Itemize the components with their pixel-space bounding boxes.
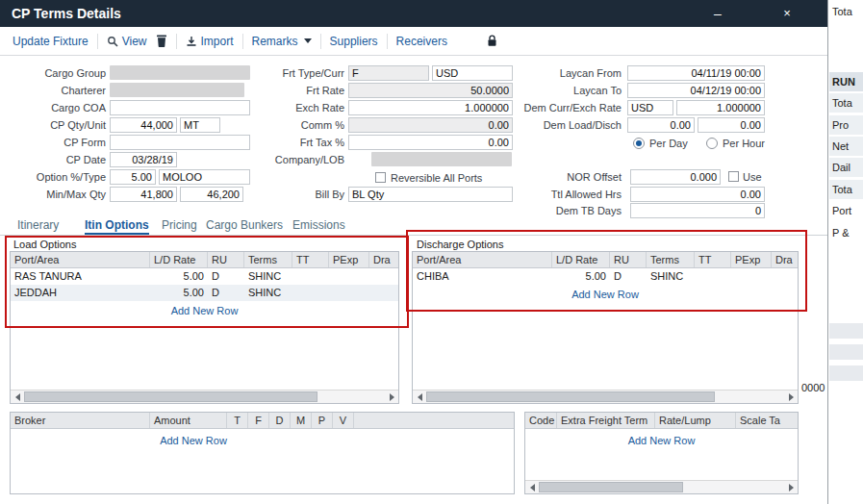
- dra-cell[interactable]: [369, 285, 398, 301]
- tt-cell[interactable]: [695, 268, 731, 285]
- exch-rate-field[interactable]: 1.000000: [348, 100, 513, 115]
- column-header[interactable]: Terms: [647, 252, 695, 267]
- column-header[interactable]: Code: [525, 413, 557, 428]
- pexp-cell[interactable]: [329, 268, 369, 285]
- delete-button[interactable]: [156, 35, 167, 47]
- view-button[interactable]: View: [107, 35, 147, 48]
- terms-cell[interactable]: SHINC: [244, 268, 292, 285]
- column-header[interactable]: PExp: [731, 252, 772, 267]
- column-header[interactable]: Port/Area: [413, 252, 552, 267]
- suppliers-button[interactable]: Suppliers: [330, 35, 378, 48]
- column-header[interactable]: TT: [695, 252, 731, 267]
- tab-cargo-bunkers[interactable]: Cargo Bunkers: [206, 215, 283, 235]
- frt-rate-field[interactable]: 50.0000: [348, 83, 513, 98]
- column-header[interactable]: PExp: [329, 252, 369, 267]
- cp-qty-field[interactable]: 44,000: [110, 117, 177, 133]
- nor-use-checkbox[interactable]: [728, 171, 739, 182]
- dem-exch-rate-field[interactable]: 1.000000: [676, 100, 765, 115]
- minimize-button[interactable]: –: [708, 0, 727, 27]
- column-header[interactable]: Terms: [244, 252, 292, 267]
- column-header[interactable]: L/D Rate: [552, 252, 610, 267]
- dem-curr-field[interactable]: USD: [627, 100, 673, 115]
- port-area-cell[interactable]: RAS TANURA: [11, 268, 150, 285]
- column-header[interactable]: L/D Rate: [150, 252, 208, 267]
- column-header[interactable]: F: [248, 413, 269, 428]
- close-button[interactable]: ×: [777, 0, 797, 27]
- pexp-cell[interactable]: [329, 285, 369, 301]
- per-hour-radio[interactable]: [706, 138, 718, 149]
- scroll-right-arrow-icon[interactable]: [784, 481, 798, 493]
- laycan-from-field[interactable]: 04/11/19 00:00: [627, 65, 765, 81]
- column-header[interactable]: V: [333, 413, 354, 428]
- broker-add-new-row-link[interactable]: Add New Row: [11, 435, 376, 446]
- ttl-allowed-hrs-field[interactable]: 0.00: [630, 187, 765, 202]
- comm-pct-field[interactable]: 0.00: [348, 117, 513, 133]
- column-header[interactable]: D: [269, 413, 291, 428]
- charterer-field[interactable]: [110, 83, 244, 97]
- terms-cell[interactable]: SHINC: [647, 268, 695, 285]
- discharge-options-hscrollbar[interactable]: [413, 390, 798, 403]
- port-area-cell[interactable]: CHIBA: [413, 268, 552, 285]
- terms-cell[interactable]: SHINC: [244, 285, 292, 301]
- max-qty-field[interactable]: 46,200: [180, 187, 243, 202]
- extra-freight-hscrollbar[interactable]: [525, 480, 798, 493]
- load-add-new-row-link[interactable]: Add New Row: [11, 305, 398, 316]
- scrollbar-thumb[interactable]: [24, 391, 317, 402]
- tab-itin-options[interactable]: Itin Options: [85, 215, 149, 235]
- update-fixture-button[interactable]: Update Fixture: [13, 35, 89, 48]
- scrollbar-thumb[interactable]: [539, 482, 683, 492]
- tt-cell[interactable]: [292, 268, 329, 285]
- ru-cell[interactable]: D: [208, 285, 244, 301]
- frt-tax-field[interactable]: 0.00: [348, 135, 513, 150]
- cp-form-field[interactable]: [110, 135, 250, 150]
- cargo-group-field[interactable]: [110, 65, 250, 80]
- tab-emissions[interactable]: Emissions: [292, 215, 345, 235]
- min-qty-field[interactable]: 41,800: [110, 187, 177, 202]
- port-area-cell[interactable]: JEDDAH: [11, 285, 150, 301]
- tab-itinerary[interactable]: Itinerary: [17, 215, 59, 235]
- receivers-button[interactable]: Receivers: [396, 35, 447, 48]
- bill-by-field[interactable]: BL Qty: [348, 187, 513, 202]
- scroll-left-arrow-icon[interactable]: [413, 391, 426, 403]
- pexp-cell[interactable]: [731, 268, 772, 285]
- dem-disch-field[interactable]: 0.00: [698, 117, 765, 133]
- ru-cell[interactable]: D: [610, 268, 647, 285]
- scroll-left-arrow-icon[interactable]: [525, 481, 539, 493]
- cp-date-field[interactable]: 03/28/19: [110, 152, 177, 167]
- ld-rate-cell[interactable]: 5.00: [552, 268, 610, 285]
- import-button[interactable]: Import: [186, 35, 234, 48]
- reversible-all-ports-label[interactable]: Reversible All Ports: [391, 171, 482, 186]
- column-header[interactable]: Amount: [150, 413, 227, 428]
- dem-load-field[interactable]: 0.00: [627, 117, 695, 133]
- dra-cell[interactable]: [772, 268, 798, 285]
- reversible-all-ports-checkbox[interactable]: [375, 172, 386, 183]
- scroll-left-arrow-icon[interactable]: [11, 391, 24, 403]
- frt-curr-field[interactable]: USD: [432, 65, 513, 81]
- nor-offset-field[interactable]: 0.000: [630, 169, 721, 185]
- column-header[interactable]: RU: [610, 252, 647, 267]
- scroll-right-arrow-icon[interactable]: [385, 391, 398, 403]
- column-header[interactable]: Dra: [772, 252, 798, 267]
- per-day-label[interactable]: Per Day: [649, 137, 688, 151]
- column-header[interactable]: Dra: [369, 252, 398, 267]
- column-header[interactable]: RU: [208, 252, 244, 267]
- company-lob-field[interactable]: [371, 152, 512, 166]
- ld-rate-cell[interactable]: 5.00: [150, 285, 208, 301]
- ld-rate-cell[interactable]: 5.00: [150, 268, 208, 285]
- option-type-field[interactable]: MOLOO: [159, 169, 250, 185]
- column-header[interactable]: TT: [292, 252, 329, 267]
- laycan-to-field[interactable]: 04/12/19 00:00: [627, 83, 765, 98]
- load-options-hscrollbar[interactable]: [11, 390, 398, 403]
- dra-cell[interactable]: [369, 268, 398, 285]
- cp-qty-unit-field[interactable]: MT: [180, 117, 220, 133]
- column-header[interactable]: Extra Freight Term: [557, 413, 655, 428]
- column-header[interactable]: Port/Area: [11, 252, 150, 267]
- column-header[interactable]: M: [291, 413, 312, 428]
- remarks-button[interactable]: Remarks: [252, 35, 312, 48]
- column-header[interactable]: Scale Ta: [736, 413, 798, 428]
- discharge-add-new-row-link[interactable]: Add New Row: [413, 289, 798, 300]
- cargo-coa-field[interactable]: [110, 100, 250, 115]
- ru-cell[interactable]: D: [208, 268, 244, 285]
- nor-use-label[interactable]: Use: [743, 170, 762, 185]
- option-pct-field[interactable]: 5.00: [110, 169, 156, 185]
